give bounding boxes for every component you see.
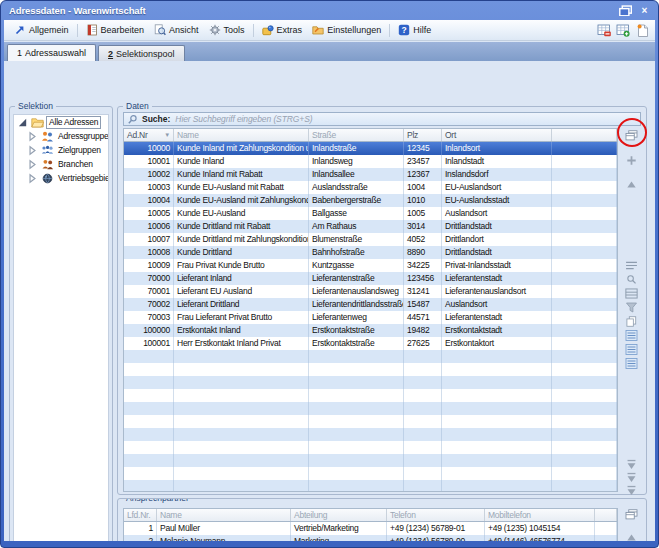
table-row-empty[interactable] [124,415,617,428]
table-header-row: Lfd.Nr.NameAbteilungTelefonMobiltelefon [124,509,617,522]
scroll-down-2-button[interactable] [624,471,638,483]
table-row[interactable]: 10000Kunde Inland mit Zahlungskondition … [124,142,617,155]
table-row[interactable]: 70000Lieferant InlandLieferantenstraße12… [124,272,617,285]
cell: Inlandstraße [309,142,404,155]
cell: 8890 [404,246,442,259]
cell: 1010 [404,194,442,207]
column-header-label: Abteilung [294,509,327,521]
close-button[interactable]: × [638,5,651,17]
table-row[interactable]: 2Melanie NeumannMarketing+49 (1234) 5678… [124,535,617,541]
column-header-straße[interactable]: Straße [309,129,404,141]
users-industry-icon [41,159,54,170]
column-header-ad-nr[interactable]: Ad.Nr▼ [124,129,174,141]
find-button[interactable] [624,273,638,285]
menu-item-hilfe[interactable]: ?Hilfe [393,22,436,39]
table-row-empty[interactable] [124,363,617,376]
tree-item-vertriebsgebiete[interactable]: Vertriebsgebiete [14,171,108,185]
scroll-down-1-button[interactable] [624,458,638,470]
list-blue-1-button[interactable] [624,329,638,341]
restore-button[interactable] [619,5,632,17]
table-row-empty[interactable] [124,376,617,389]
menu-item-bearbeiten[interactable]: Bearbeiten [81,22,150,39]
scroll-down-3-button[interactable] [624,484,638,496]
move-up-button[interactable] [624,531,638,541]
table-row[interactable]: 100000Erstkontakt InlandErstkontaktstraß… [124,324,617,337]
column-header-blank[interactable] [552,129,617,141]
column-header-name[interactable]: Name [157,509,291,521]
table-add-icon[interactable] [616,23,631,38]
table-row[interactable]: 70003Frau Lieferant Privat BruttoLiefera… [124,311,617,324]
column-header-abteilung[interactable]: Abteilung [291,509,387,521]
table-row-empty[interactable] [124,441,617,454]
table-row-empty[interactable] [124,350,617,363]
search-input[interactable]: Suche: Hier Suchbegriff eingeben (STRG+S… [123,112,641,126]
table-row-empty[interactable] [124,402,617,415]
menu-item-allgemein[interactable]: Allgemein [9,22,74,39]
cell [552,467,617,480]
add-button[interactable] [624,154,638,166]
cell [552,272,617,285]
tree-item-adressgruppen[interactable]: Adressgruppen [14,129,108,143]
column-header-lfd-nr[interactable]: Lfd.Nr. [124,509,157,521]
cell [552,233,617,246]
move-up-button[interactable] [624,178,638,190]
table-row-empty[interactable] [124,389,617,402]
filter-button[interactable] [624,301,638,313]
table-row[interactable]: 10003Kunde EU-Ausland mit RabattAuslands… [124,181,617,194]
cell [442,480,552,492]
column-header-ort[interactable]: Ort [442,129,552,141]
cell: 10008 [124,246,174,259]
table-row[interactable]: 10001Kunde InlandInlandsweg23457Inlandst… [124,155,617,168]
selection-tree: Alle AdressenAdressgruppenZielgruppenBra… [13,114,109,541]
table-row-empty[interactable] [124,467,617,480]
document-new-icon[interactable] [635,23,650,38]
column-chooser-button[interactable] [624,508,638,520]
table-row[interactable]: 10007Kunde Drittland mit Zahlungskonditi… [124,233,617,246]
tree-item-branchen[interactable]: Branchen [14,157,108,171]
tab-selektionspool[interactable]: 2Selektionspool [98,45,185,61]
column-header-blank[interactable] [595,509,617,521]
cell: Lieferantenstadt [442,311,552,324]
list-blue-2-button[interactable] [624,343,638,355]
table-row[interactable]: 10005Kunde EU-AuslandBallgasse1005Auslan… [124,207,617,220]
table-row[interactable]: 100001Herr Erstkontakt Inland PrivatErst… [124,337,617,350]
column-header-telefon[interactable]: Telefon [387,509,485,521]
table-row[interactable]: 70002Lieferant DrittlandLieferantendritt… [124,298,617,311]
tree-item-zielgruppen[interactable]: Zielgruppen [14,143,108,157]
table-row[interactable]: 10002Kunde Inland mit RabattInlandsallee… [124,168,617,181]
table-row[interactable]: 10009Frau Privat Kunde BruttoKuntzgasse3… [124,259,617,272]
menu-item-label: Ansicht [169,25,199,35]
selektion-groupbox: Selektion Alle AdressenAdressgruppenZiel… [9,106,113,541]
table-row-empty[interactable] [124,454,617,467]
cell: Babenbergerstraße [309,194,404,207]
tree-item-label: Adressgruppen [56,131,109,142]
table-row[interactable]: 10008Kunde DrittlandBahnhofstraße8890Dri… [124,246,617,259]
tree-item-alle-adressen[interactable]: Alle Adressen [14,115,108,129]
tab-adressauswahl[interactable]: 1Adressauswahl [7,44,96,61]
menu-item-ansicht[interactable]: Ansicht [149,22,204,39]
table-row-empty[interactable] [124,480,617,492]
tab-number: 2 [108,49,113,59]
list-blue-3-button[interactable] [624,357,638,369]
menu-item-extras[interactable]: Extras [257,22,308,39]
copy-button[interactable] [624,315,638,327]
table-row[interactable]: 70001Lieferant EU AuslandLieferantenausl… [124,285,617,298]
cell: Erstkontakt Inland [174,324,309,337]
view-menu-button[interactable] [624,259,638,271]
cell: EU-Auslandsstadt [442,194,552,207]
cell: 15487 [404,298,442,311]
column-header-plz[interactable]: Plz [404,129,442,141]
column-header-name[interactable]: Name [174,129,309,141]
table-row[interactable]: 1Paul MüllerVertrieb/Marketing+49 (1234)… [124,522,617,535]
menu-item-tools[interactable]: Tools [204,22,250,39]
table-row-empty[interactable] [124,428,617,441]
menu-item-einstellungen[interactable]: Einstellungen [307,22,386,39]
table-row[interactable]: 10004Kunde EU-Ausland mit Zahlungskondit… [124,194,617,207]
tree-item-label: Branchen [56,159,95,170]
table-row[interactable]: 10006Kunde Drittland mit RabattAm Rathau… [124,220,617,233]
cell [552,337,617,350]
cell [552,324,617,337]
column-header-mobiltelefon[interactable]: Mobiltelefon [485,509,595,521]
rows-button[interactable] [624,287,638,299]
table-delete-icon[interactable] [597,23,612,38]
